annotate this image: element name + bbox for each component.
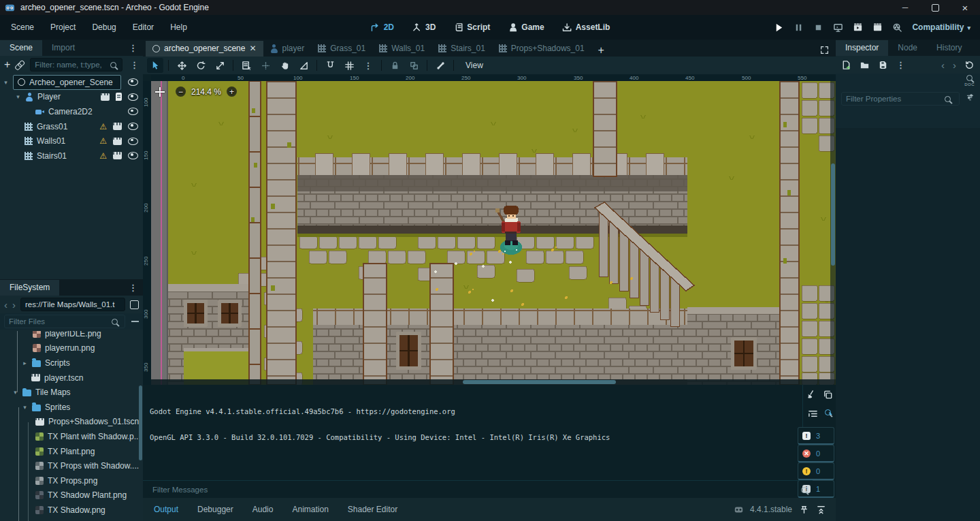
current-path-field[interactable]: res://Tile Maps/Walls_01.t — [20, 298, 125, 311]
expander-icon[interactable] — [22, 360, 28, 366]
view-menu-button[interactable]: View — [459, 59, 490, 72]
skeleton-button[interactable] — [432, 58, 448, 73]
list-select-button[interactable] — [238, 58, 255, 73]
filter-properties-input[interactable] — [841, 92, 960, 106]
close-button[interactable]: × — [950, 0, 980, 15]
sort-files-icon[interactable] — [131, 321, 139, 322]
file-row[interactable]: TX Shadow Plant.png — [0, 488, 143, 503]
file-row[interactable]: player.tscn — [0, 370, 143, 385]
ruler-mode-button[interactable] — [295, 58, 312, 73]
file-row[interactable]: TX Props.png — [0, 473, 143, 488]
scene-tree-menu-icon[interactable] — [130, 60, 139, 70]
grid-snap-button[interactable] — [341, 58, 357, 73]
visibility-icon[interactable] — [128, 138, 138, 145]
error-filter-badge[interactable]: ✕0 — [798, 445, 834, 462]
play-custom-scene-button[interactable] — [872, 22, 883, 33]
stop-button[interactable] — [813, 22, 823, 33]
file-row[interactable]: TX Plant.png — [0, 444, 143, 459]
rotate-mode-button[interactable] — [193, 58, 209, 73]
scene-tab-props[interactable]: Props+Shadows_01 — [492, 41, 591, 57]
nav-back-icon[interactable] — [4, 299, 7, 311]
pin-bottom-panel-icon[interactable] — [799, 505, 809, 515]
tab-scene[interactable]: Scene — [0, 40, 42, 56]
bottom-tab-shader[interactable]: Shader Editor — [346, 505, 399, 514]
tree-row-walls[interactable]: Walls01 — [0, 133, 143, 148]
bottom-tab-audio[interactable]: Audio — [251, 505, 275, 514]
scene-filter-input[interactable] — [30, 58, 122, 72]
folder-row[interactable]: Scripts — [0, 356, 143, 370]
dock-menu-icon[interactable] — [971, 40, 980, 56]
scale-mode-button[interactable] — [212, 58, 228, 73]
search-docs-button[interactable]: DOC — [964, 75, 975, 86]
viewport-canvas[interactable]: − 214.4 % + — [151, 81, 836, 385]
save-icon[interactable] — [878, 60, 888, 70]
load-resource-icon[interactable] — [860, 60, 870, 70]
bottom-tab-animation[interactable]: Animation — [291, 505, 329, 514]
tab-inspector[interactable]: Inspector — [836, 40, 888, 56]
property-filter-options-icon[interactable] — [966, 93, 975, 104]
filter-files-input[interactable] — [4, 315, 125, 328]
tab-node[interactable]: Node — [888, 40, 927, 56]
pause-button[interactable] — [794, 22, 804, 33]
scene-tab-player[interactable]: player — [263, 41, 312, 57]
warning-icon[interactable] — [99, 136, 107, 146]
expand-viewport-icon[interactable] — [813, 46, 836, 57]
tree-row-grass[interactable]: Grass01 — [0, 119, 143, 134]
instance-scene-button[interactable] — [14, 59, 27, 71]
warning-icon[interactable] — [99, 122, 107, 131]
nav-forward-icon[interactable] — [12, 299, 16, 311]
expander-icon[interactable] — [3, 79, 9, 86]
expander-icon[interactable] — [22, 404, 28, 411]
clapperboard-icon[interactable] — [101, 93, 110, 101]
maximize-button[interactable] — [920, 0, 950, 15]
tab-filesystem[interactable]: FileSystem — [0, 280, 59, 296]
expander-icon[interactable] — [15, 93, 21, 100]
menu-editor[interactable]: Editor — [125, 22, 162, 32]
menu-scene[interactable]: Scene — [3, 22, 42, 32]
bottom-tab-output[interactable]: Output — [152, 505, 180, 514]
select-mode-button[interactable] — [147, 58, 163, 73]
clapperboard-icon[interactable] — [113, 123, 122, 130]
lock-button[interactable] — [387, 58, 403, 73]
new-scene-tab-button[interactable] — [591, 44, 611, 57]
dock-menu-icon[interactable] — [123, 280, 143, 296]
dock-menu-icon[interactable] — [123, 40, 143, 56]
menu-project[interactable]: Project — [42, 22, 84, 32]
copy-log-icon[interactable] — [823, 390, 833, 400]
split-view-icon[interactable] — [130, 300, 139, 309]
tree-row-player[interactable]: Player — [0, 90, 143, 105]
menu-debug[interactable]: Debug — [84, 22, 124, 32]
warning-filter-badge[interactable]: !0 — [798, 462, 834, 480]
visibility-icon[interactable] — [128, 152, 138, 159]
vscrollbar-thumb[interactable] — [831, 163, 835, 266]
folder-row[interactable]: Tile Maps — [0, 385, 143, 400]
zoom-level[interactable]: 214.4 % — [191, 87, 221, 97]
canvas-vscrollbar[interactable] — [830, 81, 836, 379]
expand-bottom-panel-icon[interactable] — [816, 505, 826, 515]
movie-maker-button[interactable] — [892, 22, 902, 33]
visibility-icon[interactable] — [128, 78, 138, 86]
visibility-icon[interactable] — [128, 108, 138, 115]
snap-options-icon[interactable] — [360, 58, 376, 73]
menu-help[interactable]: Help — [162, 22, 195, 32]
smart-snap-button[interactable] — [322, 58, 338, 73]
scene-tab-grass[interactable]: Grass_01 — [311, 41, 372, 57]
pivot-mode-button[interactable] — [257, 58, 274, 73]
scene-tab-stairs[interactable]: Stairs_01 — [431, 41, 492, 57]
hscrollbar-thumb[interactable] — [463, 380, 616, 384]
clear-log-icon[interactable] — [806, 390, 816, 400]
folder-row[interactable]: Sprites — [0, 400, 143, 415]
remote-debug-button[interactable] — [833, 22, 843, 33]
clapperboard-icon[interactable] — [113, 138, 122, 145]
zoom-out-button[interactable]: − — [176, 86, 186, 97]
scene-tab-walls[interactable]: Walls_01 — [372, 41, 431, 57]
history-forward-icon[interactable] — [953, 59, 956, 71]
file-row[interactable]: TX Shadow.png — [0, 503, 143, 518]
file-row[interactable]: TX Props with Shadow.... — [0, 458, 143, 473]
file-row[interactable]: Props+Shadows_01.tscn — [0, 415, 143, 430]
clapperboard-icon[interactable] — [113, 152, 122, 159]
workspace-script[interactable]: Script — [453, 22, 490, 33]
pan-mode-button[interactable] — [276, 58, 293, 73]
tab-history[interactable]: History — [927, 40, 971, 56]
filesystem-scrollbar[interactable] — [139, 385, 142, 460]
